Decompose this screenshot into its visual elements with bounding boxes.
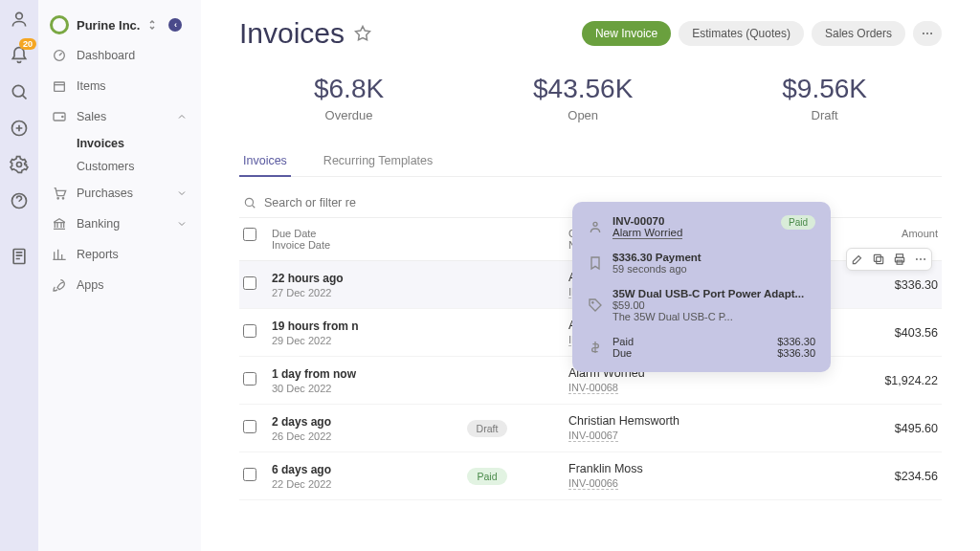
search-icon[interactable] <box>10 82 29 101</box>
chevron-up-icon <box>176 111 188 122</box>
row-checkbox[interactable] <box>243 420 256 433</box>
nav-apps[interactable]: Apps <box>38 270 201 300</box>
svg-point-14 <box>930 33 932 34</box>
chevron-down-icon <box>176 187 188 199</box>
expand-icon <box>147 18 157 32</box>
tag-icon <box>588 288 603 322</box>
speedometer-icon <box>52 48 67 63</box>
org-switcher[interactable]: Purine Inc. ‹ <box>38 10 201 40</box>
table-row[interactable]: 2 days ago 26 Dec 2022 Draft Christian H… <box>239 405 942 452</box>
table-row[interactable]: 6 days ago 22 Dec 2022 Paid Franklin Mos… <box>239 452 942 500</box>
chevron-down-icon <box>176 218 188 230</box>
org-name: Purine Inc. <box>77 18 140 33</box>
row-checkbox[interactable] <box>243 324 256 338</box>
svg-point-21 <box>916 258 918 260</box>
svg-rect-16 <box>877 257 883 264</box>
popover-customer-link[interactable]: Alarm Worried <box>612 227 682 239</box>
bank-icon <box>52 216 67 231</box>
notification-badge: 20 <box>19 38 36 50</box>
svg-point-11 <box>62 198 63 199</box>
row-checkbox[interactable] <box>243 372 256 386</box>
rocket-icon <box>52 277 67 293</box>
bell-icon[interactable]: 20 <box>10 46 29 65</box>
collapse-icon[interactable]: ‹ <box>168 18 182 32</box>
nav-invoices[interactable]: Invoices <box>77 132 201 155</box>
help-icon[interactable] <box>10 191 29 210</box>
svg-point-0 <box>16 12 23 19</box>
svg-rect-17 <box>874 254 880 261</box>
svg-point-24 <box>593 222 597 226</box>
star-icon[interactable] <box>354 25 371 42</box>
row-checkbox[interactable] <box>243 468 256 481</box>
bookmark-icon <box>588 252 603 275</box>
sales-orders-button[interactable]: Sales Orders <box>812 21 905 46</box>
nav-items[interactable]: Items <box>38 71 201 101</box>
svg-point-3 <box>17 163 22 167</box>
nav-purchases[interactable]: Purchases <box>38 178 201 209</box>
nav-sales[interactable]: Sales <box>38 101 201 132</box>
tab-invoices[interactable]: Invoices <box>239 146 291 177</box>
popover-status: Paid <box>781 215 815 230</box>
page-icon[interactable] <box>10 247 29 266</box>
stat-overdue: $6.8K Overdue <box>314 74 384 122</box>
nav-reports[interactable]: Reports <box>38 239 201 270</box>
svg-point-1 <box>12 85 24 97</box>
status-badge: Draft <box>467 420 508 437</box>
invoice-number-link[interactable]: INV-00067 <box>568 430 618 442</box>
row-actions <box>846 248 932 271</box>
box-icon <box>52 78 67 94</box>
nav-customers[interactable]: Customers <box>77 155 201 178</box>
copy-icon[interactable] <box>872 253 885 266</box>
svg-point-13 <box>926 33 928 34</box>
chart-icon <box>52 247 67 262</box>
svg-point-22 <box>920 258 922 260</box>
tab-recurring[interactable]: Recurring Templates <box>320 146 436 176</box>
nav-banking[interactable]: Banking <box>38 209 201 239</box>
estimates-button[interactable]: Estimates (Quotes) <box>679 21 804 46</box>
icon-rail: 20 <box>0 0 38 551</box>
more-icon[interactable] <box>914 253 927 266</box>
page-title: Invoices <box>239 17 345 50</box>
dots-icon <box>921 27 934 40</box>
cart-icon <box>52 186 67 201</box>
svg-point-10 <box>57 198 58 199</box>
svg-point-15 <box>245 198 253 206</box>
invoice-number-link[interactable]: INV-00068 <box>568 382 618 394</box>
nav-dashboard[interactable]: Dashboard <box>38 40 201 71</box>
svg-rect-7 <box>55 82 65 91</box>
svg-point-25 <box>592 302 593 303</box>
svg-point-23 <box>924 258 925 260</box>
search-icon <box>243 196 256 209</box>
dollar-icon <box>588 336 603 359</box>
user-icon[interactable] <box>10 10 29 29</box>
svg-point-9 <box>62 116 63 117</box>
print-icon[interactable] <box>893 253 906 266</box>
stat-draft: $9.56K Draft <box>782 74 867 122</box>
gear-icon[interactable] <box>10 155 29 174</box>
more-actions-button[interactable] <box>913 21 942 46</box>
row-checkbox[interactable] <box>243 276 256 290</box>
invoice-preview-popover: Paid INV-00070 Alarm Worried $336.30 Pay… <box>572 202 831 372</box>
main-content: Invoices New Invoice Estimates (Quotes) … <box>201 0 980 551</box>
invoice-number-link[interactable]: INV-00066 <box>568 477 618 490</box>
add-icon[interactable] <box>10 119 29 138</box>
svg-point-12 <box>923 33 924 34</box>
stat-open: $43.56K Open <box>533 74 633 122</box>
wallet-icon <box>52 109 67 124</box>
edit-icon[interactable] <box>851 253 864 266</box>
status-badge: Paid <box>467 468 506 485</box>
person-icon <box>588 215 603 238</box>
select-all-checkbox[interactable] <box>243 228 256 241</box>
org-logo <box>50 15 69 34</box>
sidebar: Purine Inc. ‹ Dashboard Items Sales Invo… <box>38 0 201 551</box>
new-invoice-button[interactable]: New Invoice <box>582 21 671 46</box>
